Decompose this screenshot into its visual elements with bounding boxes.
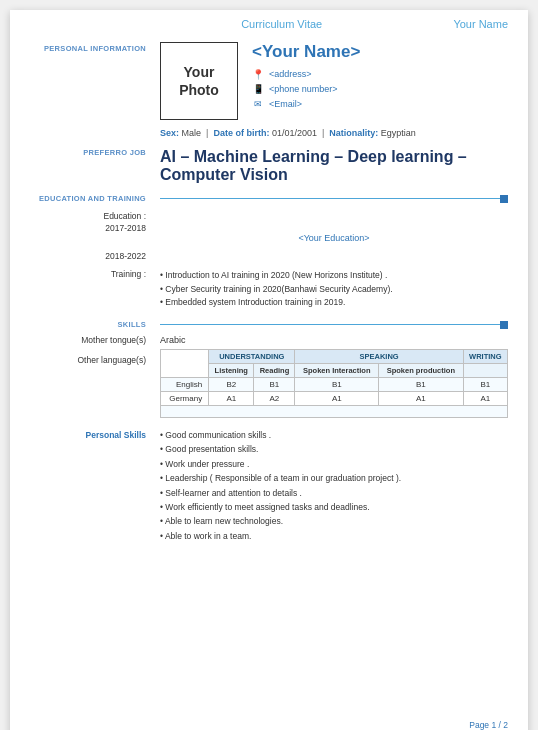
sex-label: Sex:	[160, 128, 179, 138]
english-listening: B2	[209, 377, 254, 391]
table-row: English B2 B1 B1 B1 B1	[161, 377, 508, 391]
table-empty-row	[161, 405, 508, 417]
training-item-1: Introduction to AI training in 2020 (New…	[160, 269, 508, 283]
photo-label: Your Photo	[179, 63, 219, 99]
education-label-row: Education :	[30, 209, 508, 221]
email-icon: ✉	[252, 98, 264, 110]
education-section-label: EDUCATION AND TRAINING	[30, 194, 160, 203]
skill-item-5: Self-learner and attention to details .	[160, 486, 508, 500]
personal-skills-label: Personal Skills	[30, 428, 160, 440]
listening-subheader: Listening	[209, 363, 254, 377]
education-years-row: 2017-2018 2018-2022 <Your Education>	[30, 223, 508, 261]
education-section-header: EDUCATION AND TRAINING	[30, 194, 508, 203]
edu-year2: 2018-2022	[30, 251, 146, 261]
cv-page: Curriculum Vitae Your Name PERSONAL INFO…	[10, 10, 528, 730]
spoken-interaction-subheader: Spoken Interaction	[295, 363, 379, 377]
skills-section-header: SKILLS	[30, 320, 508, 329]
header-title: Curriculum Vitae	[110, 18, 453, 30]
address-line: 📍 <address>	[252, 68, 360, 80]
mother-tongue-label: Mother tongue(s)	[30, 335, 160, 345]
speaking-header: SPEAKING	[295, 349, 463, 363]
germany-spoken-interaction: A1	[295, 391, 379, 405]
skill-item-8: Able to work in a team.	[160, 529, 508, 543]
sex-value: Male	[182, 128, 202, 138]
skill-item-2: Good presentation skills.	[160, 442, 508, 456]
personal-skills-section: Personal Skills Good communication skill…	[30, 428, 508, 544]
english-reading: B1	[254, 377, 295, 391]
training-label: Training :	[30, 269, 160, 279]
edu-placeholder: <Your Education>	[298, 233, 369, 243]
dob-value: 01/01/2001	[272, 128, 317, 138]
germany-reading: A2	[254, 391, 295, 405]
reading-subheader: Reading	[254, 363, 295, 377]
preferred-job-content: AI – Machine Learning – Deep learning – …	[160, 146, 508, 184]
germany-spoken-production: A1	[379, 391, 464, 405]
english-spoken-interaction: B1	[295, 377, 379, 391]
training-item-2: Cyber Security training in 2020(Banhawi …	[160, 283, 508, 297]
skill-item-4: Leadership ( Responsible of a team in ou…	[160, 471, 508, 485]
edu-year1: 2017-2018	[30, 223, 146, 233]
personal-info-section: PERSONAL INFORMATION Your Photo <Your Na…	[30, 42, 508, 120]
writing-subheader	[463, 363, 507, 377]
skill-item-6: Work efficiently to meet assigned tasks …	[160, 500, 508, 514]
germany-writing: A1	[463, 391, 507, 405]
germany-listening: A1	[209, 391, 254, 405]
other-languages-label: Other language(s)	[30, 349, 160, 365]
education-sub-label: Education :	[30, 209, 160, 221]
understanding-header: UNDERSTANDING	[209, 349, 295, 363]
mother-tongue-row: Mother tongue(s) Arabic	[30, 335, 508, 345]
personal-info-inner: Your Photo <Your Name> 📍 <address>	[160, 42, 508, 120]
email-line: ✉ <Email>	[252, 98, 360, 110]
mother-tongue-value: Arabic	[160, 335, 186, 345]
personal-details: <Your Name> 📍 <address> 📱 <phone number	[252, 42, 360, 113]
training-item-3: Embedded system Introduction training in…	[160, 296, 508, 310]
personal-skills-content: Good communication skills . Good present…	[160, 428, 508, 544]
table-row: Germany A1 A2 A1 A1 A1	[161, 391, 508, 405]
writing-header: WRITING	[463, 349, 507, 363]
preferred-job-label: PREFERRO JOB	[30, 146, 160, 157]
education-divider	[160, 198, 508, 200]
spoken-production-subheader: Spoken production	[379, 363, 464, 377]
header-name: Your Name	[453, 18, 508, 30]
nationality-value: Egyptian	[381, 128, 416, 138]
edu-years: 2017-2018 2018-2022	[30, 223, 160, 261]
phone-icon: 📱	[252, 83, 264, 95]
dob-label: Date of birth:	[213, 128, 269, 138]
personal-info-content: Your Photo <Your Name> 📍 <address>	[160, 42, 508, 120]
english-lang: English	[161, 377, 209, 391]
nationality-label: Nationality:	[329, 128, 378, 138]
job-title: AI – Machine Learning – Deep learning – …	[160, 148, 508, 184]
training-section: Training : Introduction to AI training i…	[30, 269, 508, 310]
location-icon: 📍	[252, 68, 264, 80]
training-content: Introduction to AI training in 2020 (New…	[160, 269, 508, 310]
phone-line: 📱 <phone number>	[252, 83, 360, 95]
other-languages-section: Other language(s) UNDERSTANDING SPEAKING…	[30, 349, 508, 418]
english-writing: B1	[463, 377, 507, 391]
skill-item-1: Good communication skills .	[160, 428, 508, 442]
germany-lang: Germany	[161, 391, 209, 405]
personal-info-label: PERSONAL INFORMATION	[30, 42, 160, 53]
page-header: Curriculum Vitae Your Name	[10, 10, 528, 34]
bio-row: Sex: Male | Date of birth: 01/01/2001 | …	[30, 128, 508, 138]
skill-item-3: Work under pressure .	[160, 457, 508, 471]
english-spoken-production: B1	[379, 377, 464, 391]
edu-placeholder-container: <Your Education>	[160, 223, 508, 243]
language-table: UNDERSTANDING SPEAKING WRITING Listening…	[160, 349, 508, 418]
skills-section-label: SKILLS	[30, 320, 160, 329]
your-name: <Your Name>	[252, 42, 360, 62]
preferred-job-section: PREFERRO JOB AI – Machine Learning – Dee…	[30, 146, 508, 184]
skill-item-7: Able to learn new technologies.	[160, 514, 508, 528]
main-content: PERSONAL INFORMATION Your Photo <Your Na…	[10, 34, 528, 563]
skills-divider	[160, 324, 508, 326]
photo-box: Your Photo	[160, 42, 238, 120]
page-number: Page 1 / 2	[469, 720, 508, 730]
